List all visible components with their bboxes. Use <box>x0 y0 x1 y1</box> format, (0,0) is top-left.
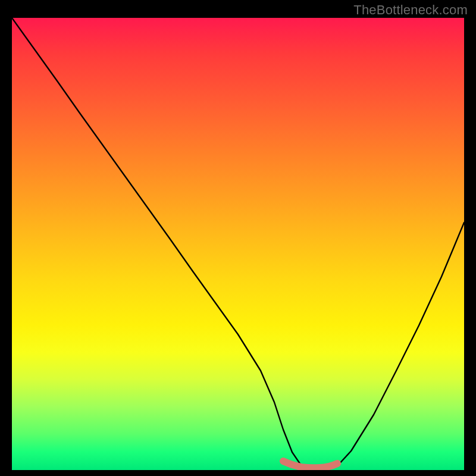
bottleneck-curve <box>12 18 464 469</box>
watermark-text: TheBottleneck.com <box>353 2 468 18</box>
plot-area <box>12 18 464 470</box>
optimal-range-marker <box>283 461 337 468</box>
chart-frame: TheBottleneck.com <box>0 0 476 476</box>
curve-layer <box>12 18 464 470</box>
